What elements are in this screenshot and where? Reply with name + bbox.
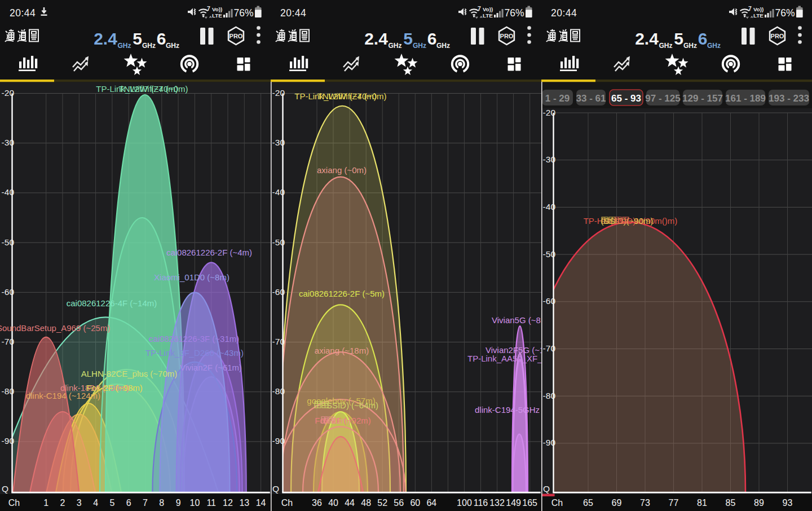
svg-text:Q: Q	[543, 484, 550, 494]
svg-text:TP-Link_3F_D260 (~43m): TP-Link_3F_D260 (~43m)	[145, 348, 244, 358]
svg-text:-70: -70	[2, 337, 15, 346]
svg-text:-40: -40	[543, 202, 556, 212]
svg-text:-20: -20	[272, 88, 285, 98]
svg-text:-90: -90	[2, 436, 15, 446]
svg-text:40: 40	[328, 498, 338, 508]
svg-text:-90: -90	[543, 438, 556, 447]
svg-text:161 - 189: 161 - 189	[725, 93, 766, 104]
svg-text:-30: -30	[543, 155, 556, 164]
svg-text:PRO: PRO	[230, 33, 243, 39]
svg-text:4: 4	[93, 498, 98, 508]
svg-text:44: 44	[345, 498, 355, 508]
svg-text:7: 7	[478, 5, 481, 12]
svg-text:-40: -40	[2, 187, 15, 197]
svg-text:48: 48	[361, 498, 371, 508]
svg-text:GHz: GHz	[659, 42, 673, 50]
svg-text:8: 8	[159, 498, 164, 508]
svg-text:SSID) (~64m): SSID) (~64m)	[326, 400, 378, 410]
svg-text:Vivian5G (~8: Vivian5G (~8	[492, 315, 541, 325]
svg-text:cai08261226-3F (~31m): cai08261226-3F (~31m)	[149, 334, 240, 343]
svg-text:64: 64	[426, 498, 436, 508]
svg-text:ALHN-82CE_plus (~70m): ALHN-82CE_plus (~70m)	[81, 369, 178, 378]
svg-text:149: 149	[506, 498, 521, 508]
svg-text:-90: -90	[272, 436, 285, 446]
svg-text:-60: -60	[2, 287, 15, 297]
svg-text:20:44: 20:44	[280, 7, 306, 19]
svg-text:-50: -50	[543, 249, 556, 259]
svg-text:20:44: 20:44	[551, 7, 577, 19]
svg-text:69: 69	[612, 498, 622, 508]
svg-text:2.4: 2.4	[94, 29, 117, 48]
svg-text:LTE: LTE	[483, 12, 493, 19]
svg-text:6: 6	[427, 29, 437, 48]
svg-text:GHz: GHz	[142, 42, 156, 50]
svg-text:axiang (~0m): axiang (~0m)	[317, 165, 367, 175]
svg-text:56: 56	[394, 498, 404, 508]
svg-text:5: 5	[674, 29, 683, 48]
svg-text:85: 85	[726, 498, 736, 508]
svg-text:132: 132	[489, 498, 505, 508]
svg-text:60: 60	[410, 498, 420, 508]
svg-text:116: 116	[474, 498, 488, 508]
svg-text:LTE: LTE	[753, 12, 764, 19]
svg-text:3: 3	[77, 498, 82, 508]
svg-text:-20: -20	[543, 108, 556, 117]
svg-text:81: 81	[697, 498, 707, 508]
svg-text:TNL2WifiZ7 (~0m): TNL2WifiZ7 (~0m)	[317, 91, 387, 101]
svg-text:-70: -70	[543, 343, 556, 353]
svg-text:-60: -60	[272, 287, 285, 297]
svg-text:73: 73	[640, 498, 650, 508]
svg-text:1: 1	[43, 498, 48, 508]
svg-text:76%: 76%	[234, 7, 254, 19]
svg-text:TP-Link_AA50_XF_5G: TP-Link_AA50_XF_5G	[467, 354, 541, 363]
svg-text:13: 13	[239, 498, 249, 508]
svg-text:dlink-C194-5GHz (: dlink-C194-5GHz (	[475, 405, 541, 415]
svg-text:Q: Q	[2, 484, 8, 494]
svg-text:165: 165	[522, 498, 537, 508]
svg-text:GHz: GHz	[413, 42, 426, 50]
svg-text:10: 10	[190, 498, 200, 508]
svg-text:GHz: GHz	[707, 42, 721, 50]
svg-text:dlink-C194 (~124m): dlink-C194 (~124m)	[26, 391, 100, 400]
svg-text:33 - 61: 33 - 61	[576, 93, 606, 104]
svg-text:20:44: 20:44	[10, 7, 36, 19]
svg-text:cai08261226-2F (~5m): cai08261226-2F (~5m)	[299, 289, 385, 298]
svg-text:11: 11	[206, 498, 216, 508]
svg-text:7: 7	[748, 5, 752, 12]
svg-text:2: 2	[60, 498, 65, 508]
svg-text:6: 6	[126, 498, 131, 508]
svg-text:GHz: GHz	[436, 42, 450, 50]
svg-text:Vo)): Vo))	[483, 6, 493, 12]
svg-text:129 - 157: 129 - 157	[682, 93, 723, 104]
svg-text:76%: 76%	[505, 7, 524, 19]
svg-text:89: 89	[754, 498, 764, 508]
svg-text:Ch: Ch	[281, 498, 293, 508]
svg-text:-50: -50	[272, 237, 285, 247]
svg-text:GHz: GHz	[118, 42, 131, 50]
svg-text:97 - 125: 97 - 125	[645, 93, 680, 104]
svg-text:cai08261226-4F (~14m): cai08261226-4F (~14m)	[67, 298, 157, 308]
svg-text:2.4: 2.4	[635, 29, 659, 48]
svg-text:-80: -80	[272, 386, 285, 396]
svg-text:52: 52	[377, 498, 387, 508]
svg-text:12: 12	[223, 498, 233, 508]
svg-text:-40: -40	[272, 187, 285, 197]
svg-text:Q: Q	[272, 484, 279, 494]
svg-text:93: 93	[783, 498, 793, 508]
svg-text:GHz: GHz	[683, 42, 697, 50]
svg-text:6: 6	[698, 29, 708, 48]
svg-text:-80: -80	[2, 386, 15, 396]
svg-text:cai08261226-2F (~4m): cai08261226-2F (~4m)	[166, 248, 252, 257]
svg-text:GHz: GHz	[166, 42, 179, 50]
svg-text:Ch: Ch	[551, 498, 563, 508]
svg-text:PRO: PRO	[771, 33, 784, 39]
svg-text:7: 7	[207, 5, 210, 12]
svg-text:5: 5	[133, 29, 142, 48]
svg-text:-70: -70	[272, 337, 285, 346]
svg-text:-20: -20	[2, 88, 15, 98]
svg-text:SoundBarSetup_A969 (~25m): SoundBarSetup_A969 (~25m)	[0, 323, 110, 333]
svg-text:Vo)): Vo))	[753, 6, 764, 12]
svg-text:77: 77	[669, 498, 679, 508]
svg-text:5: 5	[403, 29, 413, 48]
svg-text:100: 100	[457, 498, 472, 508]
